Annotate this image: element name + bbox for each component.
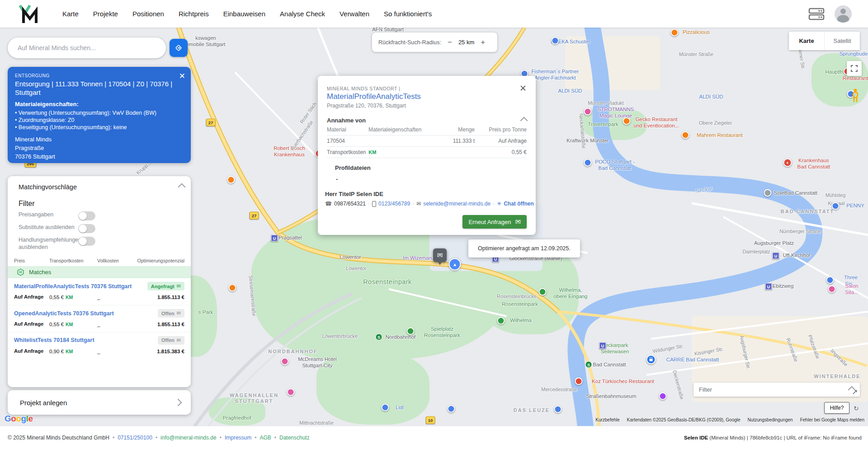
collapse-chevron-icon[interactable] bbox=[520, 117, 528, 124]
map-marker-sbahn[interactable]: S bbox=[376, 334, 382, 341]
search-route-button[interactable] bbox=[170, 39, 188, 57]
radius-value: 25 km bbox=[458, 39, 474, 46]
pegman-icon[interactable] bbox=[849, 88, 861, 103]
nav-projekte[interactable]: Projekte bbox=[93, 10, 118, 18]
map-marker-metro[interactable]: U bbox=[765, 283, 772, 290]
matches-group-header[interactable]: Matches bbox=[8, 266, 191, 278]
map-marker-nav-arrow[interactable] bbox=[449, 258, 461, 271]
mail-icon: ✉ bbox=[177, 283, 181, 289]
match-link[interactable]: OpenedAnalyticTests 70376 Stuttgart bbox=[14, 310, 114, 317]
map-marker-dot-orange[interactable] bbox=[623, 117, 631, 125]
map-type-satellit[interactable]: Satellit bbox=[824, 32, 860, 50]
chevron-right-icon bbox=[175, 399, 182, 407]
map-type-switch: Karte Satellit bbox=[789, 32, 860, 50]
map-marker-route[interactable]: 10 bbox=[426, 416, 435, 424]
nav-karte[interactable]: Karte bbox=[62, 10, 79, 18]
map-marker-paw-green[interactable] bbox=[539, 288, 547, 296]
map-marker-dot-blue[interactable] bbox=[554, 406, 562, 413]
map-marker-pin-blue[interactable] bbox=[826, 276, 834, 284]
match-link[interactable]: WhitelistTests 70184 Stuttgart bbox=[14, 337, 94, 343]
footer-email-link[interactable]: info@mineral-minds.de bbox=[160, 435, 217, 441]
footer-phone-link[interactable]: 07151/250100 bbox=[118, 435, 152, 441]
chat-link[interactable]: Chat öffnen bbox=[504, 201, 534, 207]
nav-richtpreis[interactable]: Richtpreis bbox=[179, 10, 209, 18]
substitute-toggle[interactable] bbox=[78, 224, 95, 233]
attribution-item[interactable]: Kurzbefehle bbox=[595, 417, 619, 422]
map-marker-dot-orange[interactable] bbox=[227, 176, 235, 184]
mail-icon: ✉ bbox=[515, 218, 521, 226]
mobile-number[interactable]: 0123/456789 bbox=[378, 201, 410, 207]
request-again-button[interactable]: Erneut Anfragen✉ bbox=[462, 215, 527, 229]
radius-minus-button[interactable]: − bbox=[447, 38, 453, 47]
map-marker-dot-blue[interactable] bbox=[448, 405, 455, 413]
preisangaben-toggle[interactable] bbox=[78, 211, 95, 220]
map-marker-paw-green[interactable] bbox=[497, 317, 505, 325]
popup-title[interactable]: MaterialProfileAnalyticTests bbox=[327, 92, 536, 101]
disposal-bullet: • Beseitigung (Untersuchungsumfang): kei… bbox=[15, 124, 184, 131]
match-row[interactable]: MaterialProfileAnalyticTests 70376 Stutt… bbox=[8, 278, 191, 305]
attribution-item[interactable]: Nutzungsbedingungen bbox=[748, 417, 793, 422]
map-marker-route[interactable]: 27 bbox=[250, 212, 259, 220]
help-button[interactable]: Hilfe? bbox=[824, 402, 849, 414]
map-marker-pin-blue[interactable] bbox=[832, 202, 840, 210]
footer-datenschutz-link[interactable]: Datenschutz bbox=[279, 435, 310, 441]
map-marker-dot-pink[interactable] bbox=[287, 388, 295, 396]
map-marker-dot-purple[interactable] bbox=[659, 393, 667, 400]
map-marker-dot-gray[interactable] bbox=[764, 189, 772, 197]
close-icon[interactable]: ✕ bbox=[519, 83, 527, 94]
nav-analyse-check[interactable]: Analyse Check bbox=[280, 10, 325, 18]
map-marker-dot-orange[interactable] bbox=[671, 29, 679, 37]
server-icon[interactable] bbox=[808, 7, 825, 21]
popup-files-heading: Profildateien bbox=[335, 164, 536, 171]
map-marker-dot-pink[interactable] bbox=[281, 358, 289, 365]
nav-einbauweisen[interactable]: Einbauweisen bbox=[223, 10, 265, 18]
footer-agb-link[interactable]: AGB bbox=[259, 435, 271, 441]
create-project-button[interactable]: Projekt anlegen bbox=[8, 390, 191, 415]
search-input[interactable] bbox=[17, 44, 154, 52]
contact-name: Herr TitelP Selen IDE bbox=[325, 191, 536, 197]
map-filter-bar[interactable]: Filter bbox=[693, 383, 860, 397]
nav-positionen[interactable]: Positionen bbox=[132, 10, 164, 18]
map-marker-dot-orange[interactable] bbox=[682, 131, 689, 139]
map-marker-pin-blue[interactable] bbox=[382, 404, 389, 412]
attribution-item[interactable]: Fehler bei Google Maps melden bbox=[800, 417, 864, 422]
nav-so-funktionierts[interactable]: So funktioniert's bbox=[384, 10, 432, 18]
radius-plus-button[interactable]: + bbox=[480, 38, 486, 47]
map-marker-dot-pink[interactable] bbox=[828, 285, 836, 293]
google-logo[interactable]: Google bbox=[5, 414, 33, 424]
map-marker-pin-blue[interactable] bbox=[584, 159, 592, 167]
map-marker-route[interactable]: 27 bbox=[206, 119, 216, 126]
fullscreen-button[interactable] bbox=[847, 61, 862, 76]
map-marker-metro[interactable]: U bbox=[271, 235, 278, 242]
nav-verwalten[interactable]: Verwalten bbox=[340, 10, 369, 18]
map-marker-sbahn[interactable]: S bbox=[585, 361, 592, 368]
map-marker-lock-blue[interactable] bbox=[646, 355, 656, 365]
map-marker-dot-pink[interactable] bbox=[584, 108, 592, 116]
map-type-karte[interactable]: Karte bbox=[789, 32, 824, 50]
map-marker-pin-blue[interactable] bbox=[552, 37, 559, 45]
rotate-icon[interactable]: ↻ bbox=[854, 405, 859, 412]
match-link[interactable]: MaterialProfileAnalyticTests 70376 Stutt… bbox=[14, 283, 132, 290]
mineral-minds-logo[interactable] bbox=[18, 4, 39, 24]
map-marker-hosp[interactable]: + bbox=[783, 159, 792, 167]
search-bar bbox=[8, 37, 166, 58]
footer-impressum-link[interactable]: Impressum bbox=[225, 435, 251, 441]
main-nav: Karte Projekte Positionen Richtpreis Ein… bbox=[62, 10, 432, 18]
user-avatar[interactable] bbox=[835, 5, 852, 23]
contact-line: ☎ 0987/654321 · 0123/456789 · ✉ selenide… bbox=[325, 201, 536, 207]
map-marker-dot-green[interactable] bbox=[407, 327, 415, 335]
location-popup: ✕ MINERAL MINDS STANDORT | MaterialProfi… bbox=[318, 76, 536, 235]
map-marker-metro[interactable]: U bbox=[773, 253, 779, 259]
pan-arrow-icon[interactable]: ↗ bbox=[852, 388, 858, 396]
chat-icon: ✳ bbox=[497, 201, 501, 207]
email-link[interactable]: selenide@mineral-minds.de bbox=[423, 201, 491, 207]
collapse-chevron-icon[interactable] bbox=[178, 183, 186, 191]
map-marker-metro[interactable]: U bbox=[599, 342, 606, 349]
handlungsempfehlungen-toggle[interactable] bbox=[78, 237, 95, 246]
match-row[interactable]: OpenedAnalyticTests 70376 Stuttgart Offe… bbox=[8, 305, 191, 332]
match-row[interactable]: WhitelistTests 70184 Stuttgart Offen✉ Au… bbox=[8, 332, 191, 359]
map-marker-pin-selected[interactable] bbox=[433, 248, 447, 262]
map-marker-dot-orange[interactable] bbox=[229, 284, 236, 292]
mail-icon: ✉ bbox=[177, 310, 181, 316]
map-marker-dot-red[interactable] bbox=[575, 378, 583, 385]
